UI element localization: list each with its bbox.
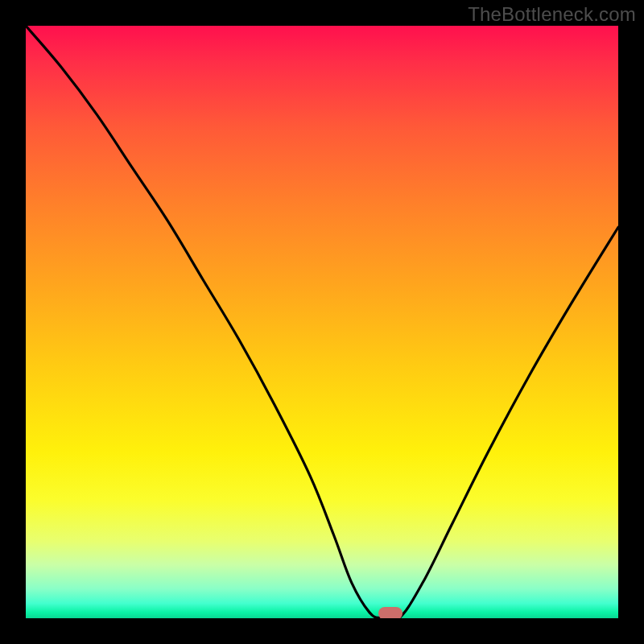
plot-area [26,26,618,618]
curve-svg [26,26,618,618]
watermark-text: TheBottleneck.com [468,3,636,26]
optimal-marker [378,607,402,618]
chart-container: TheBottleneck.com [0,0,644,644]
bottleneck-curve-path [26,26,618,618]
